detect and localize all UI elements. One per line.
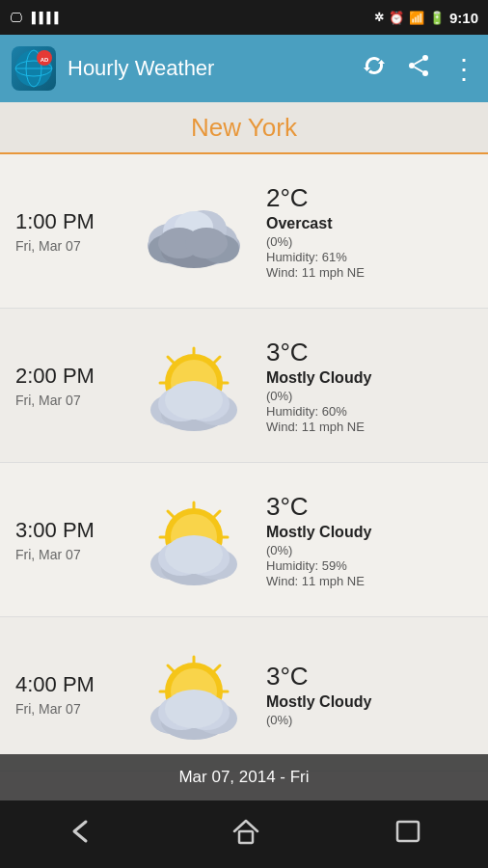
date: Fri, Mar 07 (15, 701, 131, 717)
city-name: New York (191, 113, 297, 143)
status-left: 🖵 ▐▐▐▐ (10, 11, 58, 25)
svg-line-10 (415, 68, 423, 72)
weather-info: 3°C Mostly Cloudy (0%) (257, 662, 473, 727)
weather-row: 2:00 PM Fri, Mar 07 3°C Mostly Cloudy (0… (0, 309, 488, 463)
temperature: 2°C (266, 183, 473, 213)
humidity: Humidity: 60% (266, 404, 473, 419)
svg-line-53 (168, 665, 174, 671)
weather-icon (131, 342, 257, 429)
svg-line-39 (214, 511, 220, 517)
weather-icon (131, 651, 257, 738)
time: 4:00 PM (15, 672, 131, 697)
svg-point-6 (422, 55, 428, 61)
time-col: 3:00 PM Fri, Mar 07 (15, 518, 131, 562)
screen-icon: 🖵 (10, 11, 22, 25)
wind: Wind: 11 mph NE (266, 574, 473, 588)
time-col: 4:00 PM Fri, Mar 07 (15, 672, 131, 717)
svg-line-27 (168, 357, 174, 363)
date: Fri, Mar 07 (15, 393, 131, 408)
weather-row: 4:00 PM Fri, Mar 07 3°C Mostly Cloudy (0… (0, 617, 488, 772)
svg-rect-63 (397, 822, 419, 841)
weather-list: 1:00 PM Fri, Mar 07 2°C Overcast (0%) Hu… (0, 154, 488, 772)
alarm-icon: ⏰ (389, 11, 404, 25)
svg-point-8 (422, 70, 428, 76)
app-bar: AD Hourly Weather ⋮ (0, 35, 488, 102)
weather-info: 3°C Mostly Cloudy (0%) Humidity: 59% Win… (257, 492, 473, 588)
status-bar: 🖵 ▐▐▐▐ ✲ ⏰ 📶 🔋 9:10 (0, 0, 488, 35)
svg-line-52 (214, 665, 220, 671)
battery-icon: 🔋 (429, 11, 445, 25)
share-button[interactable] (406, 53, 431, 84)
back-button[interactable] (67, 818, 97, 852)
app-icon: AD (12, 46, 56, 91)
svg-line-40 (168, 511, 174, 517)
more-options-button[interactable]: ⋮ (450, 53, 476, 85)
svg-rect-62 (239, 831, 253, 843)
svg-text:AD: AD (41, 57, 49, 63)
date-bar: Mar 07, 2014 - Fri (0, 754, 488, 800)
condition: Mostly Cloudy (266, 693, 473, 711)
svg-point-22 (185, 228, 228, 258)
wifi-icon: 📶 (409, 11, 424, 25)
precipitation: (0%) (266, 543, 473, 557)
precipitation: (0%) (266, 234, 473, 249)
app-bar-icons: ⋮ (362, 53, 476, 85)
svg-point-7 (409, 63, 415, 68)
wind: Wind: 11 mph NE (266, 420, 473, 434)
time-col: 1:00 PM Fri, Mar 07 (15, 209, 131, 254)
weather-info: 3°C Mostly Cloudy (0%) Humidity: 60% Win… (257, 338, 473, 434)
time: 2:00 PM (15, 364, 131, 389)
status-right: ✲ ⏰ 📶 🔋 9:10 (374, 10, 478, 26)
refresh-button[interactable] (362, 53, 387, 84)
time-display: 9:10 (449, 10, 478, 26)
temperature: 3°C (266, 492, 473, 522)
svg-point-48 (165, 535, 223, 574)
svg-line-9 (415, 60, 423, 65)
weather-icon (131, 193, 257, 270)
humidity: Humidity: 61% (266, 250, 473, 264)
condition: Mostly Cloudy (266, 524, 473, 541)
signal-icon: ▐▐▐▐ (28, 12, 58, 23)
date: Fri, Mar 07 (15, 547, 131, 562)
condition: Overcast (266, 215, 473, 232)
weather-row: 1:00 PM Fri, Mar 07 2°C Overcast (0%) Hu… (0, 154, 488, 309)
time: 1:00 PM (15, 209, 131, 234)
precipitation: (0%) (266, 389, 473, 403)
time-col: 2:00 PM Fri, Mar 07 (15, 364, 131, 408)
temperature: 3°C (266, 338, 473, 367)
bluetooth-icon: ✲ (374, 11, 384, 24)
condition: Mostly Cloudy (266, 369, 473, 387)
svg-point-35 (165, 381, 223, 420)
weather-icon (131, 497, 257, 583)
temperature: 3°C (266, 662, 473, 692)
svg-point-61 (165, 690, 223, 728)
recent-apps-button[interactable] (394, 819, 421, 851)
weather-row: 3:00 PM Fri, Mar 07 3°C Mostly Cloudy (0… (0, 463, 488, 617)
home-button[interactable] (231, 818, 260, 852)
humidity: Humidity: 59% (266, 558, 473, 573)
weather-info: 2°C Overcast (0%) Humidity: 61% Wind: 11… (257, 183, 473, 280)
time: 3:00 PM (15, 518, 131, 543)
nav-bar (0, 800, 488, 868)
app-title: Hourly Weather (68, 56, 350, 81)
precipitation: (0%) (266, 713, 473, 727)
wind: Wind: 11 mph NE (266, 265, 473, 280)
date: Fri, Mar 07 (15, 238, 131, 254)
date-bar-text: Mar 07, 2014 - Fri (178, 768, 309, 787)
city-header: New York (0, 102, 488, 154)
svg-line-26 (214, 357, 220, 363)
